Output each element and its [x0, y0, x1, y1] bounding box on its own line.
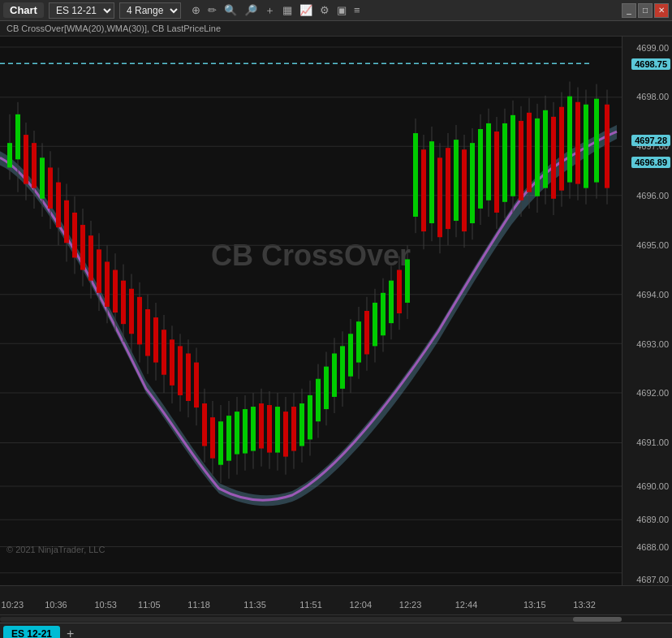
price-box-label: 4696.89 [631, 157, 670, 168]
svg-rect-18 [15, 114, 20, 159]
svg-rect-28 [56, 183, 61, 227]
toolbar: ⊕ ✏ 🔍 🔎 ＋ ▦ 📈 ⚙ ▣ ≡ [189, 2, 363, 19]
svg-rect-50 [145, 309, 150, 356]
price-level-label: 4687.00 [636, 575, 669, 584]
svg-rect-130 [470, 143, 475, 223]
zoom-in-icon[interactable]: 🔍 [222, 2, 239, 18]
price-box-label: 4697.28 [631, 135, 670, 146]
close-button[interactable]: ✕ [654, 3, 669, 18]
maximize-button[interactable]: □ [638, 3, 653, 18]
svg-rect-106 [373, 303, 377, 346]
svg-rect-16 [7, 143, 12, 167]
strategy-icon[interactable]: ⚙ [317, 2, 332, 18]
time-label: 10:53 [94, 600, 117, 610]
svg-rect-34 [80, 225, 85, 269]
price-box-label: 4698.75 [631, 58, 670, 70]
svg-rect-22 [32, 143, 37, 188]
draw-icon[interactable]: ✏ [205, 2, 219, 18]
svg-rect-102 [356, 321, 361, 362]
time-label: 11:05 [138, 600, 161, 610]
svg-rect-82 [275, 407, 280, 453]
svg-rect-118 [421, 149, 426, 231]
price-level-label: 4692.00 [636, 388, 669, 398]
svg-rect-152 [559, 107, 564, 191]
svg-rect-58 [178, 346, 183, 395]
svg-rect-148 [543, 110, 548, 188]
price-level-label: 4689.00 [636, 515, 669, 524]
tab-bar: ES 12-21 + [0, 623, 672, 638]
price-level-label: 4695.00 [636, 240, 669, 250]
svg-rect-78 [259, 403, 264, 448]
minimize-button[interactable]: _ [622, 3, 636, 18]
svg-rect-138 [502, 123, 507, 202]
svg-rect-100 [348, 334, 353, 376]
svg-rect-36 [88, 235, 93, 280]
chart-area[interactable]: CB CrossOver [0, 37, 622, 585]
svg-rect-20 [24, 135, 28, 184]
svg-rect-84 [283, 412, 288, 456]
svg-rect-72 [235, 412, 239, 454]
svg-rect-122 [437, 157, 442, 237]
svg-rect-134 [486, 123, 491, 200]
svg-rect-116 [413, 133, 418, 217]
svg-rect-136 [494, 131, 499, 213]
chart-tab[interactable]: ES 12-21 [3, 626, 60, 639]
scrollbar-area[interactable] [0, 614, 672, 623]
svg-rect-48 [137, 297, 142, 345]
price-level-label: 4693.00 [636, 339, 669, 349]
svg-rect-52 [153, 317, 158, 362]
indicator-icon[interactable]: 📈 [297, 2, 315, 18]
svg-rect-126 [454, 140, 459, 221]
svg-rect-162 [605, 105, 610, 188]
svg-rect-32 [72, 213, 77, 257]
svg-rect-150 [551, 117, 556, 199]
time-label: 12:04 [350, 600, 373, 610]
svg-rect-86 [291, 407, 296, 450]
svg-rect-98 [340, 346, 345, 388]
time-label: 13:15 [523, 600, 546, 610]
price-level-label: 4690.00 [636, 481, 669, 491]
properties-icon[interactable]: ▦ [280, 2, 295, 18]
svg-rect-68 [218, 421, 223, 464]
chart-type-icon[interactable]: ▣ [334, 2, 349, 18]
time-label: 12:23 [399, 600, 422, 610]
svg-rect-132 [478, 129, 483, 209]
svg-rect-124 [446, 148, 450, 229]
scrollbar-track[interactable] [0, 617, 622, 622]
add-tab-button[interactable]: + [63, 627, 77, 639]
tab-label: ES 12-21 [11, 628, 52, 639]
scrollbar-thumb[interactable] [573, 617, 622, 622]
price-level-label: 4694.00 [636, 290, 669, 300]
svg-rect-140 [510, 115, 515, 196]
chart-container: CB CrossOver [0, 37, 672, 585]
svg-rect-120 [429, 141, 434, 223]
svg-rect-146 [535, 119, 540, 196]
svg-rect-110 [389, 281, 394, 323]
svg-rect-40 [105, 261, 110, 306]
svg-rect-128 [462, 149, 467, 231]
svg-rect-80 [267, 405, 272, 453]
symbol-selector[interactable]: ES 12-21 [49, 2, 114, 19]
menu-icon[interactable]: ≡ [351, 2, 363, 18]
time-label: 10:23 [2, 600, 24, 610]
time-label: 12:44 [455, 600, 478, 610]
svg-rect-56 [170, 339, 174, 386]
svg-rect-62 [194, 363, 199, 407]
time-label: 11:35 [243, 600, 266, 610]
svg-rect-54 [162, 330, 166, 374]
price-level-label: 4696.00 [636, 191, 669, 200]
zoom-out-icon[interactable]: 🔎 [242, 2, 260, 18]
crosshair-icon[interactable]: ⊕ [189, 2, 203, 18]
svg-rect-74 [243, 409, 248, 453]
svg-rect-88 [299, 403, 304, 446]
chart-menu[interactable]: Chart [3, 2, 44, 18]
svg-rect-46 [129, 289, 134, 334]
indicator-label: CB CrossOver[WMA(20),WMA(30)], CB LastPr… [0, 21, 672, 37]
time-axis-inner: 10:2310:3610:5311:0511:1811:3511:5112:04… [0, 586, 622, 614]
svg-rect-156 [575, 102, 580, 184]
window-controls: _ □ ✕ [622, 3, 669, 18]
titlebar: Chart ES 12-21 4 Range ⊕ ✏ 🔍 🔎 ＋ ▦ 📈 ⚙ ▣… [0, 0, 672, 21]
plus-icon[interactable]: ＋ [262, 2, 278, 19]
price-level-label: 4691.00 [636, 438, 669, 447]
range-selector[interactable]: 4 Range [119, 2, 181, 19]
